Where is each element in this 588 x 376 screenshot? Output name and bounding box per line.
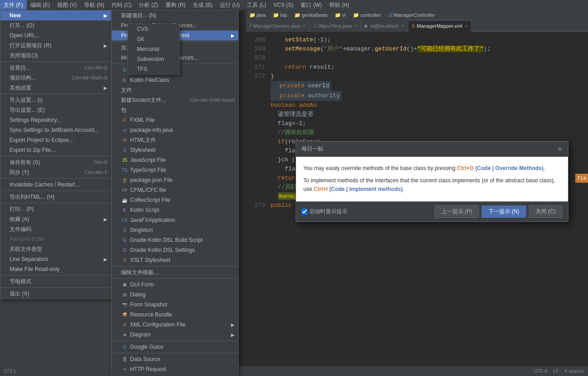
menu-item-power-save[interactable]: 节电模式 — [0, 276, 111, 286]
menu-build[interactable]: 生成 (B) — [189, 0, 216, 10]
menu-item-new[interactable]: New ▶ — [0, 10, 111, 20]
menu-run[interactable]: 运行 (U) — [216, 0, 243, 10]
breadcrumb-top[interactable]: 📁 top — [271, 12, 289, 19]
menu-item-sync-settings[interactable]: Sync Settings to JetBrains Account... — [0, 125, 111, 135]
menu-item-settings-repo[interactable]: Settings Repository... — [0, 115, 111, 125]
submenu-form-snapshot[interactable]: 📷 Form Snapshot — [112, 300, 238, 310]
tip-close-button[interactable]: 关闭 (C) — [529, 206, 563, 218]
menu-item-file-encoding[interactable]: 文件编码 — [0, 224, 111, 234]
submenu-file[interactable]: 文件 — [112, 85, 238, 95]
tip-prev-button[interactable]: 上一提示 (P) — [435, 206, 479, 218]
submenu-coffeescript[interactable]: ☕ CoffeeScript File — [112, 195, 238, 205]
submenu-xslt[interactable]: X XSLT Stylesheet — [112, 255, 238, 265]
submenu-vcs-mercurial[interactable]: Mercurial — [128, 44, 179, 54]
menu-item-readonly[interactable]: Make File Read-only — [0, 264, 111, 274]
menu-view[interactable]: 视图 (V) — [54, 0, 80, 10]
submenu-html[interactable]: H HTML文件 — [112, 135, 238, 145]
breadcrumb-genitalbean[interactable]: 📁 genitalbean — [292, 12, 329, 19]
menu-help[interactable]: 帮助 (H) — [326, 0, 353, 10]
menu-analyze[interactable]: 分析 (Z) — [135, 0, 162, 10]
submenu-scratch[interactable]: 新建Scratch文件... Ctrl+Alt+Shift+Insert — [112, 95, 238, 105]
menu-file[interactable]: 文件 (F) — [0, 0, 27, 10]
submenu-cfml[interactable]: CF CFML/CFC file — [112, 185, 238, 195]
submenu-javafx[interactable]: FX JavaFXApplication — [112, 215, 238, 225]
menu-code[interactable]: 代码 (C) — [108, 0, 135, 10]
tip-next-button[interactable]: 下一提示 (N) — [482, 206, 526, 218]
menu-item-sync[interactable]: 同步 (Y) Ctrl+Alt+Y — [0, 167, 111, 177]
submenu-gui-form[interactable]: ▣ GUI Form — [112, 280, 238, 290]
breadcrumb-java[interactable]: 📁 java — [247, 12, 267, 19]
menu-item-settings[interactable]: 设置(I)... Ctrl+Alt+S — [0, 63, 111, 73]
menu-tools[interactable]: 工具 (L) — [243, 0, 270, 10]
separator7 — [0, 275, 111, 276]
submenu-packagejson[interactable]: {} package.json File — [112, 175, 238, 185]
tab-close-objecttest[interactable]: × — [354, 23, 357, 28]
submenu-google-guice[interactable]: G Google Guice — [112, 342, 238, 352]
submenu-xml-config[interactable]: X XML Configuration File ▶ — [112, 320, 238, 330]
submenu-new-project[interactable]: 新建项目... (N) — [112, 10, 238, 20]
submenu-vcs-tfs[interactable]: TFS — [128, 64, 179, 74]
menu-item-export-eclipse[interactable]: Export Project to Eclipse... — [0, 135, 111, 145]
submenu-kotlin-class[interactable]: K Kotlin File/Class — [112, 75, 238, 85]
submenu-js[interactable]: JS JavaScript File — [112, 155, 238, 165]
submenu-vcs-subversion[interactable]: Subversion — [128, 54, 179, 64]
submenu-http-request[interactable]: ⇒ HTTP Request — [112, 364, 238, 374]
submenu-packageinfo[interactable]: pi package-info.java — [112, 125, 238, 135]
menu-item-export-zip[interactable]: Export to Zip File... — [0, 145, 111, 155]
submenu-css[interactable]: S Stylesheet — [112, 145, 238, 155]
menu-item-recent[interactable]: 打开近期项目 (R) ▶ — [0, 40, 111, 50]
tab-close-managerservice[interactable]: × — [303, 23, 306, 28]
submenu-dialog[interactable]: ▤ Dialog — [112, 290, 238, 300]
submenu-edit-templates[interactable]: 编辑文件模板... — [112, 267, 238, 277]
submenu-gradle-settings[interactable]: G Gradle Kotlin DSL Settings — [112, 245, 238, 255]
menu-item-import-settings[interactable]: 导入设置... (I) — [0, 95, 111, 105]
status-encoding[interactable]: UTF-8 — [533, 368, 548, 374]
guiform-icon: ▣ — [121, 281, 128, 288]
menu-item-save-all[interactable]: 保存所有 (S) Ctrl+S — [0, 157, 111, 167]
tip-dialog-close-button[interactable]: ✕ — [557, 145, 563, 153]
status-indent[interactable]: 4 spaces — [564, 368, 584, 374]
status-linesep[interactable]: LF — [553, 368, 559, 374]
tab-managerservice[interactable]: J ManagerService.java × — [246, 20, 310, 32]
menu-item-exit[interactable]: 退出 (X) — [0, 289, 111, 299]
submenu-vcs-cvs[interactable]: CVS — [128, 24, 179, 34]
menu-navigate[interactable]: 导航 (N) — [80, 0, 108, 10]
submenu-vcs-git[interactable]: Git — [128, 34, 179, 44]
menu-item-close-project[interactable]: 关闭项目(J) — [0, 50, 111, 60]
tip-show-checkbox[interactable] — [302, 209, 307, 215]
breadcrumb-controller[interactable]: 📁 controller — [351, 12, 382, 19]
submenu-plugin-devkit[interactable]: 🔌 Plugin DevKit ▶ — [112, 374, 238, 376]
menu-edit[interactable]: 编辑 (E) — [27, 0, 54, 10]
tab-close-managermapper[interactable]: × — [465, 24, 468, 29]
menu-item-open[interactable]: 打开... (O) — [0, 20, 111, 30]
menu-vcs[interactable]: VCS (S) — [270, 0, 297, 10]
tab-close-vi[interactable]: × — [402, 23, 404, 28]
tab-managermapper[interactable]: X ManagerMapper.xml × — [408, 20, 472, 32]
breadcrumb-vi[interactable]: 📁 vi — [333, 12, 347, 19]
menu-item-open-url[interactable]: Open URL... — [0, 30, 111, 40]
submenu-singleton[interactable]: S Singleton — [112, 225, 238, 235]
submenu-fxml[interactable]: F FXML File — [112, 115, 238, 125]
breadcrumb-managercontroller[interactable]: ☰ ManagerController — [387, 12, 437, 19]
menu-window[interactable]: 窗口 (W) — [297, 0, 326, 10]
menu-item-invalidate[interactable]: Invalidate Caches / Restart... — [0, 180, 111, 190]
tab-vi[interactable]: ▶ vi@localhost × — [361, 20, 408, 32]
menu-item-favorites[interactable]: 收藏 (A) ▶ — [0, 214, 111, 224]
submenu-data-source[interactable]: 🗄 Data Source — [112, 354, 238, 364]
menu-refactor[interactable]: 重构 (R) — [162, 0, 189, 10]
submenu-resource-bundle[interactable]: 📦 Resource Bundle — [112, 310, 238, 320]
menu-item-export-html[interactable]: 导出到HTML... (H) — [0, 192, 111, 202]
submenu-diagram[interactable]: ◈ Diagram ▶ — [112, 330, 238, 340]
menu-item-project-structure[interactable]: 项目结构... Ctrl+Alt+Shift+S — [0, 73, 111, 83]
menu-item-associate-type[interactable]: 关联文件类型 — [0, 244, 111, 254]
submenu-kotlin-script[interactable]: K Kotlin Script — [112, 205, 238, 215]
java-file-icon2: J — [313, 23, 316, 28]
menu-item-export-settings[interactable]: 导出设置... (E) — [0, 105, 111, 115]
menu-item-other-settings[interactable]: 其他设置 ▶ — [0, 83, 111, 93]
tab-objecttest[interactable]: J ObjectTest.java × — [310, 20, 361, 32]
submenu-ts[interactable]: TS TypeScript File — [112, 165, 238, 175]
submenu-package[interactable]: 包 — [112, 105, 238, 115]
submenu-gradle-build[interactable]: G Gradle Kotlin DSL Build Script — [112, 235, 238, 245]
menu-item-print[interactable]: 打印... (P) — [0, 204, 111, 214]
menu-item-line-sep[interactable]: Line Separators ▶ — [0, 254, 111, 264]
